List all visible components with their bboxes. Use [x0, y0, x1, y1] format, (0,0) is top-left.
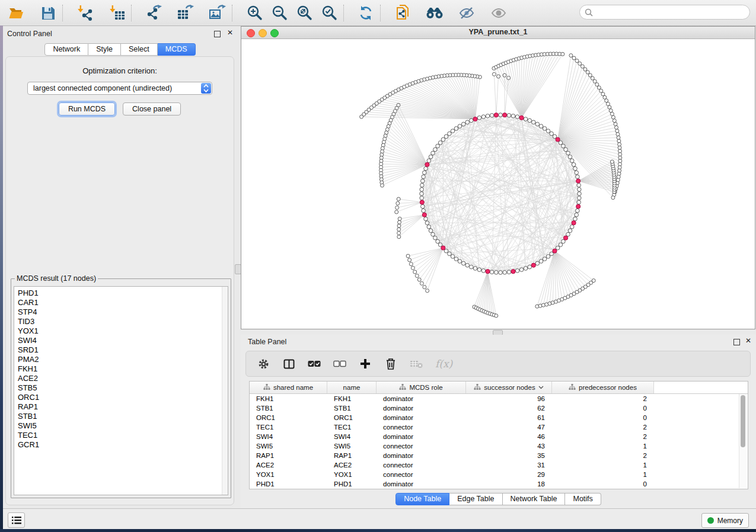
- delete-column-icon[interactable]: [384, 357, 397, 370]
- column-header-name[interactable]: name: [327, 382, 377, 393]
- cell: TEC1: [250, 422, 327, 432]
- table-panel-float-icon[interactable]: [733, 339, 740, 345]
- select-all-icon[interactable]: [308, 357, 321, 370]
- column-type-icon: [263, 384, 270, 392]
- mcds-result-item[interactable]: GCR1: [18, 440, 228, 450]
- column-header-successor-nodes[interactable]: successor nodes: [466, 382, 552, 393]
- mcds-result-item[interactable]: RAP1: [18, 402, 228, 412]
- tab-select[interactable]: Select: [121, 43, 158, 56]
- table-row-SWI4[interactable]: SWI4SWI4dominator462: [250, 432, 748, 441]
- table-row-YOX1[interactable]: YOX1YOX1connector291: [250, 470, 748, 479]
- table-row-PHD1[interactable]: PHD1PHD1dominator180: [250, 479, 748, 489]
- table-row-FKH1[interactable]: FKH1FKH1dominator962: [250, 394, 748, 403]
- mcds-list-scrollbar[interactable]: [222, 287, 228, 495]
- tab-network[interactable]: Network: [44, 43, 88, 56]
- tab-mcds[interactable]: MCDS: [158, 43, 196, 56]
- mcds-result-item[interactable]: PMA2: [18, 355, 228, 364]
- control-panel-float-icon[interactable]: [214, 31, 221, 37]
- hide-selected-icon[interactable]: [458, 4, 476, 22]
- cell: TEC1: [327, 422, 377, 432]
- table-row-ACE2[interactable]: ACE2ACE2connector311: [250, 460, 748, 470]
- network-window-titlebar[interactable]: YPA_prune.txt_1: [241, 27, 755, 39]
- zoom-out-icon[interactable]: [270, 4, 288, 22]
- mcds-result-item[interactable]: YOX1: [18, 326, 228, 336]
- table-row-STB1[interactable]: STB1STB1dominator620: [250, 403, 748, 413]
- cell: 31: [466, 460, 552, 470]
- table-row-RAP1[interactable]: RAP1RAP1dominator352: [250, 451, 748, 460]
- show-columns-icon[interactable]: [282, 357, 295, 370]
- mcds-result-item[interactable]: SRD1: [18, 345, 228, 355]
- mcds-result-list[interactable]: PHD1CAR1STP4TID3YOX1SWI4SRD1PMA2FKH1ACE2…: [14, 286, 228, 495]
- export-table-icon[interactable]: [177, 4, 194, 22]
- mcds-result-item[interactable]: ACE2: [18, 374, 228, 383]
- maximize-traffic-light[interactable]: [270, 29, 279, 37]
- mcds-result-item[interactable]: ORC1: [18, 393, 228, 402]
- zoom-in-icon[interactable]: [245, 4, 263, 22]
- table-tab-motifs[interactable]: Motifs: [565, 493, 601, 505]
- cell: SWI5: [250, 441, 327, 451]
- table-settings-gear-icon[interactable]: [257, 357, 270, 370]
- control-panel-close-icon[interactable]: ✕: [227, 30, 233, 36]
- criterion-select[interactable]: largest connected component (undirected): [27, 82, 212, 95]
- table-scrollbar-thumb[interactable]: [741, 395, 745, 447]
- minimize-traffic-light[interactable]: [259, 29, 267, 37]
- deselect-all-icon[interactable]: [333, 357, 346, 370]
- export-network-icon[interactable]: [145, 4, 162, 22]
- column-type-icon: [569, 384, 576, 392]
- table-tab-network-table[interactable]: Network Table: [503, 493, 566, 505]
- zoom-fit-icon[interactable]: [295, 4, 313, 22]
- import-table-icon[interactable]: [108, 4, 126, 22]
- export-image-icon[interactable]: [209, 4, 227, 22]
- cell: ACE2: [250, 460, 327, 470]
- network-search-box[interactable]: [579, 5, 750, 20]
- cell: dominator: [377, 413, 466, 422]
- table-row-ORC1[interactable]: ORC1ORC1dominator610: [250, 413, 748, 422]
- close-panel-button[interactable]: Close panel: [123, 102, 181, 116]
- open-file-icon[interactable]: [7, 4, 25, 22]
- column-header-predecessor-nodes[interactable]: predecessor nodes: [552, 382, 654, 393]
- mcds-result-item[interactable]: SWI5: [18, 421, 228, 431]
- cell: STB1: [327, 403, 377, 413]
- mcds-result-item[interactable]: TEC1: [18, 431, 228, 440]
- network-graph[interactable]: [241, 39, 755, 329]
- column-header-filler: [654, 382, 748, 393]
- mcds-result-item[interactable]: PHD1: [18, 289, 228, 298]
- cell: SWI4: [250, 432, 327, 441]
- table-row-TEC1[interactable]: TEC1TEC1connector472: [250, 422, 748, 432]
- save-session-icon[interactable]: [39, 4, 57, 22]
- mcds-result-item[interactable]: SWI4: [18, 336, 228, 345]
- mcds-result-item[interactable]: STB5: [18, 383, 228, 393]
- cell: 43: [466, 441, 552, 451]
- close-traffic-light[interactable]: [247, 29, 255, 37]
- mcds-result-item[interactable]: CAR1: [18, 298, 228, 307]
- memory-button[interactable]: Memory: [701, 513, 749, 528]
- mcds-result-item[interactable]: STP4: [18, 307, 228, 317]
- mcds-result-item[interactable]: STB1: [18, 412, 228, 421]
- column-header-shared-name[interactable]: shared name: [250, 382, 327, 393]
- tab-style[interactable]: Style: [88, 43, 121, 56]
- run-mcds-button[interactable]: Run MCDS: [59, 102, 115, 116]
- add-column-icon[interactable]: [359, 357, 372, 370]
- cell: 0: [552, 403, 654, 413]
- cell: SWI5: [327, 441, 377, 451]
- mcds-result-item[interactable]: TID3: [18, 317, 228, 326]
- table-tab-node-table[interactable]: Node Table: [395, 493, 449, 505]
- show-all-icon[interactable]: [490, 4, 508, 22]
- zoom-selected-icon[interactable]: [320, 4, 338, 22]
- search-network-icon[interactable]: [426, 4, 444, 22]
- node-table: shared namenameMCDS rolesuccessor nodesp…: [249, 381, 748, 489]
- node-table-header: shared namenameMCDS rolesuccessor nodesp…: [250, 382, 748, 394]
- clone-network-icon[interactable]: [394, 4, 412, 22]
- column-header-MCDS-role[interactable]: MCDS role: [377, 382, 466, 393]
- table-panel-tabs: Node TableEdge TableNetwork TableMotifs: [241, 493, 756, 505]
- import-network-icon[interactable]: [76, 4, 94, 22]
- table-scrollbar[interactable]: [739, 394, 747, 488]
- table-tab-edge-table[interactable]: Edge Table: [449, 493, 502, 505]
- mcds-result-item[interactable]: FKH1: [18, 364, 228, 374]
- table-row-SWI5[interactable]: SWI5SWI5connector431: [250, 441, 748, 451]
- refresh-icon[interactable]: [357, 4, 375, 22]
- search-input[interactable]: [596, 8, 741, 17]
- table-panel-close-icon[interactable]: ✕: [745, 338, 751, 344]
- optimization-criterion-label: Optimization criterion:: [6, 66, 234, 75]
- task-history-button[interactable]: [8, 512, 25, 528]
